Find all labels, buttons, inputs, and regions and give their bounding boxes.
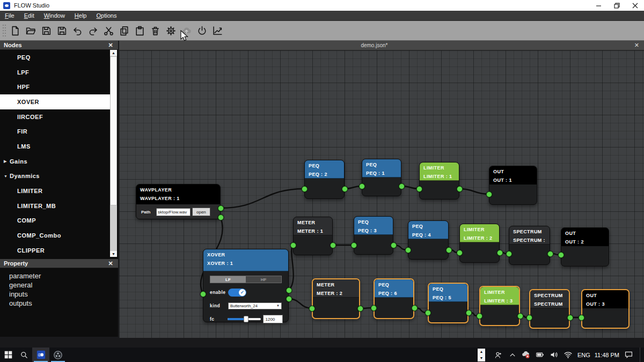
- node-port[interactable]: [425, 310, 431, 316]
- node-port[interactable]: [446, 247, 452, 253]
- node-port[interactable]: [351, 242, 357, 248]
- node-port[interactable]: [286, 296, 292, 302]
- scroll-up-icon[interactable]: ▲: [110, 50, 117, 56]
- node-port[interactable]: [412, 305, 418, 311]
- node-peq-4[interactable]: PEQPEQ : 4: [408, 220, 449, 260]
- node-meter-1[interactable]: METERMETER : 1: [293, 217, 333, 255]
- slider-handle[interactable]: [244, 316, 248, 322]
- node-port[interactable]: [416, 186, 422, 192]
- node-meter-2[interactable]: METERMETER : 2: [312, 278, 360, 319]
- editor-tab-close-icon[interactable]: ✕: [630, 42, 644, 49]
- open-file-button[interactable]: open: [192, 208, 210, 216]
- node-peq-5[interactable]: PEQPEQ : 5: [428, 283, 469, 323]
- node-out-3[interactable]: OUTOUT : 3: [581, 289, 630, 329]
- nodes-list-item-lms[interactable]: LMS: [0, 139, 110, 154]
- node-port[interactable]: [286, 287, 292, 293]
- property-item-outputs[interactable]: outputs: [0, 299, 118, 308]
- nodes-list-item-limiter[interactable]: LIMITER: [0, 183, 110, 198]
- toolbar-grip[interactable]: [1, 23, 8, 39]
- close-button[interactable]: [626, 0, 644, 11]
- node-port[interactable]: [399, 183, 405, 189]
- nodes-list-item-gains[interactable]: ▶Gains: [0, 154, 110, 169]
- node-port[interactable]: [558, 252, 564, 258]
- toolbar-analyzer-button[interactable]: [210, 23, 225, 39]
- node-limiter-2[interactable]: LIMITERLIMITER : 2: [459, 224, 500, 263]
- toolbar-delete-button[interactable]: [148, 23, 163, 39]
- taskbar-app-flow-studio[interactable]: [32, 348, 49, 362]
- menu-edit[interactable]: Edit: [19, 11, 39, 21]
- node-port[interactable]: [391, 242, 397, 248]
- menu-window[interactable]: Window: [39, 11, 70, 21]
- minimize-button[interactable]: [589, 0, 608, 11]
- nodes-list-item-lpf[interactable]: LPF: [0, 65, 110, 80]
- speaker-icon[interactable]: [550, 348, 559, 362]
- node-out-1[interactable]: OUTOUT : 1: [489, 166, 537, 205]
- chevron-up-icon[interactable]: [508, 348, 517, 362]
- toolbar-settings-button[interactable]: [163, 23, 179, 39]
- nodes-list-item-iircoef[interactable]: IIRCOEF: [0, 109, 110, 124]
- fc-value-input[interactable]: 1200: [263, 315, 283, 323]
- node-out-2[interactable]: OUTOUT : 2: [561, 227, 609, 267]
- toolbar-undo-button[interactable]: [70, 23, 85, 39]
- taskbar-app-obs[interactable]: [49, 348, 67, 362]
- node-port[interactable]: [517, 313, 523, 319]
- node-port[interactable]: [497, 250, 503, 256]
- node-port[interactable]: [302, 186, 308, 192]
- wifi-icon[interactable]: [564, 348, 573, 362]
- node-peq-1[interactable]: PEQPEQ : 1: [362, 159, 401, 196]
- xover-tab-lf[interactable]: LF: [210, 276, 246, 283]
- node-port[interactable]: [371, 305, 377, 311]
- toolbar-power-button[interactable]: [194, 23, 210, 39]
- node-port[interactable]: [579, 315, 584, 321]
- node-peq-6[interactable]: PEQPEQ : 6: [374, 278, 414, 319]
- expanded-arrow-icon[interactable]: ▼: [4, 174, 8, 178]
- toolbar-cut-button[interactable]: [101, 23, 116, 39]
- node-graph-canvas[interactable]: WAVPLAYERWAVPLAYER : 1PathopenPEQPEQ : 2…: [119, 50, 644, 338]
- node-port[interactable]: [486, 191, 492, 197]
- language-indicator[interactable]: ENG: [577, 352, 590, 358]
- node-port[interactable]: [330, 242, 336, 248]
- node-port[interactable]: [466, 310, 472, 316]
- node-port[interactable]: [357, 306, 363, 312]
- scrollbar-thumb[interactable]: [110, 56, 117, 205]
- scroll-down-icon[interactable]: ▼: [110, 251, 117, 257]
- property-item-parameter[interactable]: parameter: [0, 271, 118, 280]
- menu-options[interactable]: Options: [92, 11, 122, 21]
- nodes-list-item-dyanmics[interactable]: ▼Dyanmics: [0, 169, 110, 184]
- nodes-list-item-limiter_mb[interactable]: LIMITER_MB: [0, 198, 110, 213]
- kind-dropdown[interactable]: Butterworth_24▼: [228, 302, 282, 309]
- nodes-list-item-xover[interactable]: XOVER: [0, 94, 110, 109]
- nodes-list-item-clipper[interactable]: CLIPPER: [0, 243, 110, 258]
- node-port[interactable]: [506, 251, 512, 257]
- toolbar-open-file-button[interactable]: [23, 23, 39, 39]
- property-item-general[interactable]: general: [0, 280, 118, 290]
- nodes-panel-close-icon[interactable]: ✕: [107, 42, 114, 49]
- fc-slider[interactable]: [228, 318, 260, 320]
- toolbar-copy-button[interactable]: [116, 23, 132, 39]
- node-port[interactable]: [342, 186, 348, 192]
- node-port[interactable]: [457, 186, 463, 192]
- menu-file[interactable]: File: [0, 11, 19, 21]
- node-port[interactable]: [547, 251, 553, 257]
- collapsed-arrow-icon[interactable]: ▶: [4, 159, 7, 164]
- show-desktop-edge[interactable]: [640, 348, 642, 362]
- start-button[interactable]: [0, 348, 16, 362]
- toolbar-new-file-button[interactable]: [8, 23, 23, 39]
- enable-toggle[interactable]: ✓: [228, 289, 246, 297]
- node-xover-1[interactable]: XOVERXOVER : 1LFHFenable✓kindButterworth…: [203, 249, 289, 322]
- people-icon[interactable]: [494, 348, 503, 362]
- taskbar-clock[interactable]: 11:48 PM: [595, 352, 619, 358]
- node-peq-2[interactable]: PEQPEQ : 2: [304, 160, 345, 199]
- toolbar-redo-button[interactable]: [85, 23, 101, 39]
- property-panel-close-icon[interactable]: ✕: [107, 260, 114, 267]
- action-center-icon[interactable]: [624, 348, 633, 362]
- battery-icon[interactable]: [536, 348, 545, 362]
- xover-tab-hf[interactable]: HF: [246, 276, 281, 283]
- toolbar-paste-button[interactable]: [132, 23, 148, 39]
- taskbar-scroll-spinner[interactable]: ▲▼: [478, 349, 485, 361]
- node-port[interactable]: [218, 205, 224, 211]
- nodes-list-item-hpf[interactable]: HPF: [0, 79, 110, 94]
- toolbar-save-as-button[interactable]: [54, 23, 70, 39]
- node-port[interactable]: [477, 313, 482, 319]
- taskbar-search-icon[interactable]: [16, 348, 32, 362]
